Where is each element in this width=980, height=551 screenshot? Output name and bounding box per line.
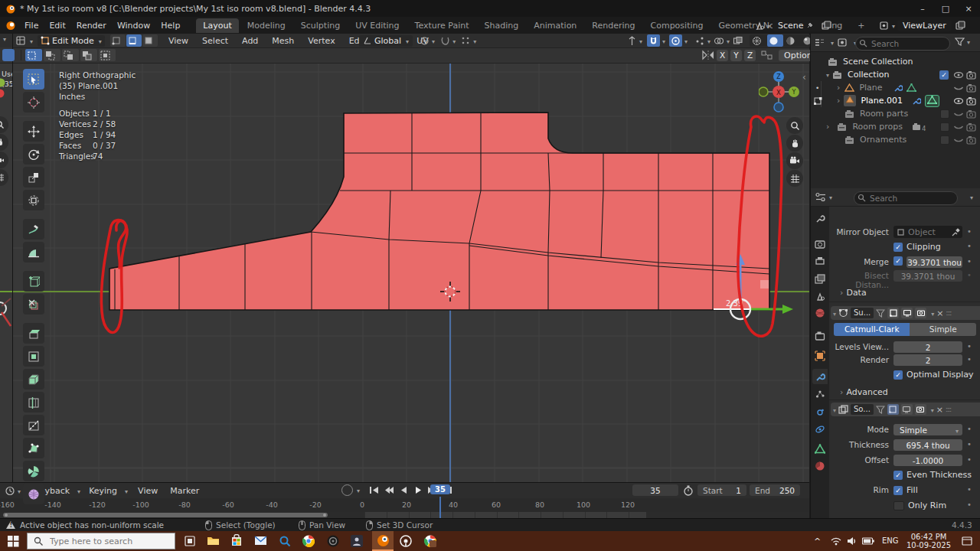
- outliner-row-collection[interactable]: Collection: [811, 68, 980, 81]
- taskbar-search[interactable]: [27, 533, 175, 549]
- outliner-row-plane[interactable]: • Plane: [811, 81, 980, 94]
- timeline-scrollbar[interactable]: [3, 513, 328, 517]
- tool-select-box[interactable]: [23, 69, 44, 90]
- tray-battery-icon[interactable]: [862, 537, 874, 545]
- room-props-expand-icon[interactable]: [826, 122, 829, 132]
- prev-keyframe-button[interactable]: [382, 484, 395, 496]
- plane001-expand-icon[interactable]: [837, 96, 840, 106]
- mirror-icon[interactable]: [702, 50, 714, 60]
- outliner-row-room-parts[interactable]: Room parts: [811, 107, 980, 120]
- tray-volume-icon[interactable]: [847, 536, 857, 546]
- tray-network-icon[interactable]: [831, 536, 841, 546]
- solidify-render-toggle[interactable]: [915, 404, 926, 415]
- tab-physics[interactable]: [815, 407, 825, 420]
- playhead[interactable]: 35: [430, 484, 450, 494]
- file-explorer-icon[interactable]: [207, 535, 220, 549]
- clipped-camera-icon[interactable]: [0, 152, 8, 168]
- viewport-zoom-icon[interactable]: [786, 117, 803, 134]
- tray-language[interactable]: ENG: [882, 536, 899, 545]
- auto-key-toggle[interactable]: [341, 484, 353, 496]
- render-levels-field[interactable]: 2: [893, 354, 962, 366]
- camera-render-icon[interactable]: [966, 83, 977, 93]
- pin-icon[interactable]: [805, 21, 815, 30]
- solidify-name[interactable]: So...: [851, 404, 874, 415]
- new-scene-icon[interactable]: [821, 21, 831, 31]
- subsurf-drag-handle[interactable]: ::::: [946, 310, 951, 317]
- tool-cursor[interactable]: [23, 92, 44, 112]
- only-rim-checkbox[interactable]: [893, 501, 904, 510]
- select-mode-intersect-button[interactable]: [99, 49, 116, 61]
- minimize-button[interactable]: –: [911, 4, 934, 14]
- workspace-tab-animation[interactable]: Animation: [527, 18, 583, 33]
- play-button[interactable]: [411, 484, 424, 496]
- plane-expand-icon[interactable]: [837, 83, 840, 93]
- menu-view[interactable]: View: [163, 34, 194, 47]
- mode-dropdown[interactable]: Edit Mode: [38, 35, 105, 47]
- menu-window[interactable]: Window: [112, 19, 155, 32]
- overlays-toggle[interactable]: [714, 36, 730, 46]
- tool-scale[interactable]: [23, 167, 44, 187]
- bisect-distance-field[interactable]: 39.3701 thou: [893, 270, 962, 282]
- eye-closed-icon[interactable]: [953, 135, 964, 145]
- menu-vertex[interactable]: Vertex: [302, 34, 340, 47]
- subsurf-delete-icon[interactable]: ×: [936, 308, 943, 318]
- workspace-tab-uv-editing[interactable]: UV Editing: [348, 18, 406, 33]
- tab-particles[interactable]: [815, 389, 825, 402]
- mirror-x-toggle[interactable]: X: [717, 50, 728, 61]
- eye-closed-icon[interactable]: [953, 122, 964, 132]
- maximize-button[interactable]: □: [934, 4, 957, 14]
- tray-clock[interactable]: 06:42 PM 10-09-2025: [903, 533, 954, 549]
- viewlayer-selector[interactable]: ViewLayer: [879, 19, 965, 31]
- merge-checkbox[interactable]: [893, 256, 903, 266]
- vertex-select-button[interactable]: [110, 34, 126, 47]
- proportional-editing-toggle[interactable]: [669, 34, 682, 47]
- tab-scene[interactable]: [815, 291, 825, 304]
- eyedropper-icon[interactable]: [952, 228, 960, 236]
- edge-select-button[interactable]: [126, 34, 142, 47]
- tab-material[interactable]: [815, 461, 825, 474]
- wheel-app-icon[interactable]: [327, 535, 339, 549]
- workspace-tab-shading[interactable]: Shading: [478, 18, 526, 33]
- properties-search-input[interactable]: [854, 191, 958, 205]
- timeline-menu-keying[interactable]: Keying: [83, 484, 122, 497]
- stopwatch-icon[interactable]: [683, 485, 694, 496]
- catmull-clark-button[interactable]: Catmull-Clark: [834, 323, 910, 336]
- workspace-tab-rendering[interactable]: Rendering: [585, 18, 642, 33]
- mirror-object-field[interactable]: Object: [893, 226, 962, 238]
- collection-expand-icon[interactable]: [826, 70, 829, 80]
- tab-constraints[interactable]: [815, 424, 825, 437]
- tool-inset-faces[interactable]: [23, 346, 44, 367]
- snap-magnet-toggle[interactable]: [647, 34, 660, 47]
- subsurf-advanced-section[interactable]: Advanced: [840, 387, 888, 397]
- tool-poly-build[interactable]: [23, 438, 44, 458]
- tab-output[interactable]: [815, 256, 825, 269]
- workspace-tab-compositing[interactable]: Compositing: [644, 18, 710, 33]
- rim-fill-checkbox[interactable]: [893, 486, 903, 495]
- notification-center-icon[interactable]: [962, 536, 972, 548]
- orientation-dropdown[interactable]: Global: [359, 35, 413, 47]
- collection-checkbox[interactable]: [939, 70, 949, 80]
- face-select-button[interactable]: [142, 34, 158, 47]
- thickness-field[interactable]: 695.4 thou: [893, 439, 962, 451]
- mirror-z-toggle[interactable]: Z: [744, 50, 756, 61]
- timeline-editor-icon[interactable]: [5, 486, 15, 496]
- select-mode-new-button[interactable]: [25, 49, 42, 61]
- editor-type-icon[interactable]: [16, 35, 28, 46]
- tool-measure[interactable]: [23, 242, 44, 262]
- mail-icon[interactable]: [254, 536, 267, 548]
- new-viewlayer-icon[interactable]: [955, 21, 965, 31]
- tab-object-data[interactable]: [815, 444, 825, 456]
- tool-add-cube[interactable]: [23, 271, 44, 292]
- tray-expand-chevron[interactable]: ^: [814, 536, 821, 546]
- gizmo-toggle[interactable]: [694, 36, 710, 46]
- tool-rip-region[interactable]: [23, 294, 44, 315]
- tab-modifiers[interactable]: [812, 369, 828, 384]
- pivot-point-dropdown[interactable]: [420, 36, 435, 46]
- solidify-editmode-toggle[interactable]: [887, 404, 899, 415]
- viewport-grid-icon[interactable]: [786, 170, 803, 187]
- merge-value-field[interactable]: 39.3701 thou: [906, 256, 962, 268]
- clipped-zoom-icon[interactable]: [0, 116, 8, 133]
- mirror-y-toggle[interactable]: Y: [730, 50, 742, 61]
- tool-annotate[interactable]: [23, 219, 44, 240]
- tool-bevel[interactable]: [23, 369, 44, 390]
